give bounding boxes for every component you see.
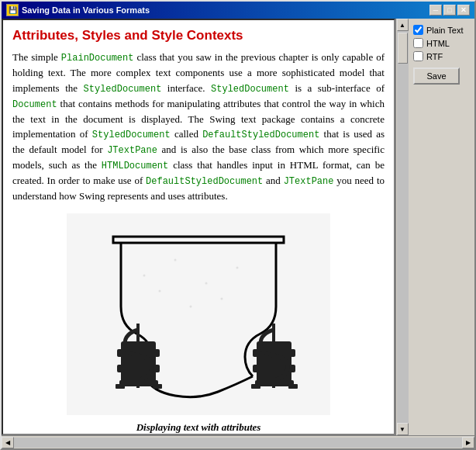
plain-text-option: Plain Text <box>413 25 470 35</box>
svg-rect-10 <box>153 384 162 389</box>
rtf-label: RTF <box>426 52 443 61</box>
svg-point-20 <box>205 282 208 284</box>
svg-point-21 <box>236 266 239 268</box>
code-ref-styled-doc-3: StyledDocument <box>92 130 171 140</box>
code-ref-jtextpane-1: JTextPane <box>107 145 157 156</box>
body-paragraph: The simple PlainDocument class that you … <box>12 50 385 204</box>
section-heading: Attributes, Styles and Style Contexts <box>12 28 385 43</box>
figure-caption: Displaying text with attributes <box>136 421 261 434</box>
code-ref-document: Document <box>12 99 57 110</box>
window-icon: 💾 <box>6 4 19 16</box>
window-title: Saving Data in Various Formats <box>22 5 150 15</box>
plain-text-label: Plain Text <box>426 26 464 35</box>
titlebar-title-area: 💾 Saving Data in Various Formats <box>6 4 150 16</box>
content-area: Attributes, Styles and Style Contexts Th… <box>2 19 474 435</box>
html-checkbox[interactable] <box>413 38 423 48</box>
right-options-panel: Plain Text HTML RTF Save <box>409 19 474 435</box>
svg-rect-15 <box>255 380 294 386</box>
svg-rect-8 <box>119 380 158 386</box>
main-text-panel[interactable]: Attributes, Styles and Style Contexts Th… <box>2 19 395 435</box>
code-ref-jtextpane-2: JTextPane <box>284 176 334 187</box>
figure-area: Displaying text with attributes <box>12 213 385 434</box>
vertical-scrollbar[interactable]: ▲ ▼ <box>395 19 409 435</box>
code-ref-default-styled-doc-2: DefaultStyledDocument <box>146 176 263 187</box>
html-label: HTML <box>426 39 450 48</box>
code-ref-html-doc: HTMLDocument <box>102 161 168 171</box>
scroll-right-button[interactable]: ▶ <box>462 437 474 448</box>
svg-point-18 <box>143 274 146 276</box>
figure-illustration <box>67 213 330 415</box>
svg-point-19 <box>174 258 177 261</box>
html-option: HTML <box>413 38 470 48</box>
main-window: 💾 Saving Data in Various Formats ─ □ ✕ A… <box>0 0 476 450</box>
maximize-button[interactable]: □ <box>443 5 456 16</box>
code-ref-styled-doc-1: StyledDocument <box>84 84 162 95</box>
scroll-up-button[interactable]: ▲ <box>397 19 409 31</box>
horizontal-scrollbar[interactable]: ◀ ▶ <box>2 435 474 448</box>
plain-text-checkbox[interactable] <box>413 25 423 35</box>
save-button[interactable]: Save <box>413 68 460 85</box>
svg-point-22 <box>190 305 192 307</box>
code-ref-styled-doc-2: StyledDocument <box>211 84 289 95</box>
svg-point-23 <box>159 289 161 292</box>
rtf-option: RTF <box>413 51 470 61</box>
svg-rect-16 <box>251 384 260 389</box>
svg-rect-9 <box>116 384 125 389</box>
titlebar: 💾 Saving Data in Various Formats ─ □ ✕ <box>2 2 474 19</box>
scroll-h-track[interactable] <box>14 438 462 448</box>
scroll-left-button[interactable]: ◀ <box>2 437 14 448</box>
minimize-button[interactable]: ─ <box>429 5 442 16</box>
svg-point-24 <box>221 297 223 299</box>
rtf-checkbox[interactable] <box>413 51 423 61</box>
code-ref-plain-doc: PlainDocument <box>61 53 134 64</box>
titlebar-buttons: ─ □ ✕ <box>429 5 470 16</box>
svg-rect-17 <box>288 384 298 389</box>
code-ref-default-styled-doc: DefaultStyledDocument <box>202 130 319 140</box>
close-button[interactable]: ✕ <box>457 5 470 16</box>
scroll-down-button[interactable]: ▼ <box>397 423 409 435</box>
scroll-thumb[interactable] <box>398 33 408 64</box>
scroll-track[interactable] <box>397 31 409 423</box>
